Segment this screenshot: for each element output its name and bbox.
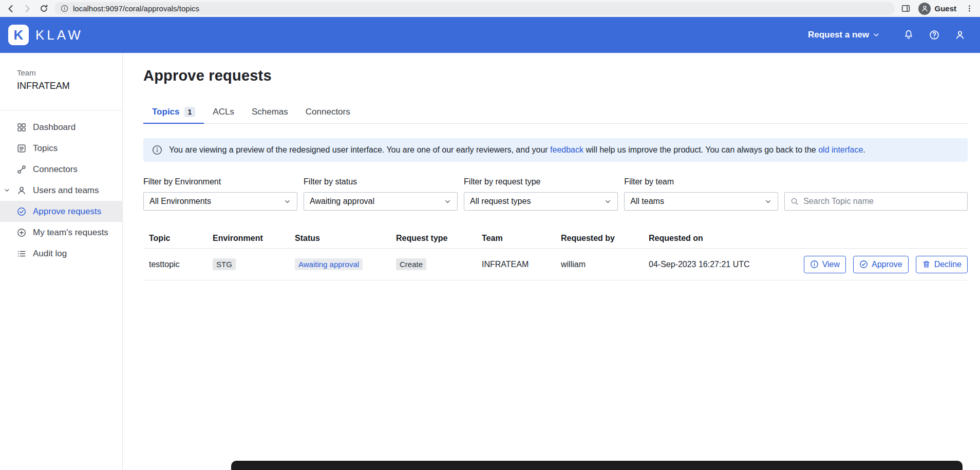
- table-header-row: Topic Environment Status Request type Te…: [143, 228, 968, 249]
- cell-topic: testtopic: [143, 260, 207, 269]
- old-interface-link[interactable]: old interface: [818, 145, 863, 154]
- chevron-down-icon: [764, 198, 772, 205]
- view-button[interactable]: View: [804, 256, 846, 273]
- decline-button-label: Decline: [934, 260, 962, 269]
- preview-banner: You are viewing a preview of the redesig…: [143, 138, 968, 162]
- browser-chrome: localhost:9097/coral/approvals/topics Gu…: [0, 0, 980, 17]
- table-row: testtopic STG Awaiting approval Create I…: [143, 249, 968, 280]
- guest-avatar: [918, 3, 931, 15]
- status-select[interactable]: Awaiting approval: [304, 192, 458, 211]
- main-content: Approve requests Topics 1 ACLs Schemas C…: [123, 53, 980, 470]
- status-chip: Awaiting approval: [295, 258, 363, 270]
- team-select[interactable]: All teams: [624, 192, 778, 211]
- tabs: Topics 1 ACLs Schemas Connectors: [143, 101, 968, 124]
- environment-select-value: All Environments: [149, 197, 211, 206]
- approve-button-label: Approve: [872, 260, 902, 269]
- sidebar-item-dashboard[interactable]: Dashboard: [0, 117, 122, 138]
- view-button-label: View: [822, 260, 840, 269]
- col-header-request-type: Request type: [390, 234, 476, 243]
- check-circle-icon: [859, 260, 868, 269]
- dock-bar: [231, 461, 963, 470]
- tab-label: ACLs: [213, 107, 234, 117]
- request-type-select[interactable]: All request types: [464, 192, 618, 211]
- url-bar[interactable]: localhost:9097/coral/approvals/topics: [54, 2, 895, 15]
- status-select-value: Awaiting approval: [310, 197, 374, 206]
- environment-select[interactable]: All Environments: [143, 192, 297, 211]
- col-header-environment: Environment: [207, 234, 289, 243]
- search-input[interactable]: [803, 197, 962, 206]
- sidebar-item-my-teams-requests[interactable]: My team's requests: [0, 222, 122, 243]
- sidebar-item-users-and-teams[interactable]: Users and teams: [0, 180, 122, 201]
- tab-topics[interactable]: Topics 1: [143, 101, 204, 124]
- col-header-status: Status: [289, 234, 390, 243]
- profile-name: Guest: [934, 4, 956, 13]
- pending-count-badge: 1: [184, 107, 196, 117]
- chevron-down-icon[interactable]: [4, 187, 10, 194]
- users-icon: [17, 186, 26, 195]
- browser-back-button[interactable]: [5, 3, 16, 14]
- user-profile-icon[interactable]: [953, 28, 967, 42]
- notifications-bell-icon[interactable]: [902, 28, 915, 42]
- klaw-logo-icon: K: [8, 25, 29, 45]
- cell-team: INFRATEAM: [476, 260, 555, 269]
- approve-button[interactable]: Approve: [853, 256, 909, 273]
- col-header-topic: Topic: [143, 234, 207, 243]
- request-type-chip: Create: [396, 258, 426, 270]
- sidebar-item-audit-log[interactable]: Audit log: [0, 243, 122, 264]
- sidebar-item-label: Users and teams: [33, 185, 99, 196]
- team-select-value: All teams: [630, 197, 664, 206]
- topic-search[interactable]: [784, 192, 968, 211]
- tab-acls[interactable]: ACLs: [204, 101, 243, 124]
- chevron-down-icon: [604, 198, 612, 205]
- info-circle-icon: [810, 260, 819, 269]
- banner-text-after: .: [863, 145, 865, 154]
- list-icon: [17, 249, 26, 258]
- browser-profile[interactable]: Guest: [916, 2, 958, 16]
- info-icon: [152, 145, 162, 155]
- sidebar-item-topics[interactable]: Topics: [0, 138, 122, 159]
- help-icon[interactable]: [928, 28, 941, 42]
- sidebar-item-label: Topics: [33, 143, 58, 154]
- tab-label: Connectors: [306, 107, 350, 117]
- banner-text-middle: will help us improve the product. You ca…: [583, 145, 818, 154]
- col-header-requested-on: Requested on: [643, 234, 795, 243]
- decline-button[interactable]: Decline: [916, 256, 968, 273]
- search-icon: [790, 197, 799, 205]
- row-actions: View Approve Decline: [798, 256, 968, 273]
- request-a-new-label: Request a new: [808, 30, 869, 40]
- chevron-down-icon: [444, 198, 451, 205]
- topics-icon: [17, 144, 26, 153]
- request-a-new-button[interactable]: Request a new: [808, 30, 880, 40]
- request-type-select-value: All request types: [470, 197, 531, 206]
- browser-menu-icon[interactable]: [964, 3, 975, 14]
- tab-label: Topics: [152, 107, 180, 117]
- plus-circle-icon: [17, 228, 26, 237]
- filter-team-label: Filter by team: [624, 177, 778, 186]
- trash-icon: [922, 260, 931, 269]
- site-info-icon[interactable]: [61, 5, 68, 12]
- sidebar-item-label: Connectors: [33, 164, 78, 175]
- tab-schemas[interactable]: Schemas: [243, 101, 297, 124]
- brand-name: KLAW: [35, 27, 83, 43]
- page-title: Approve requests: [143, 67, 968, 84]
- dashboard-icon: [17, 123, 26, 132]
- cell-requested-by: william: [555, 260, 643, 269]
- banner-text: You are viewing a preview of the redesig…: [169, 145, 865, 155]
- tab-connectors[interactable]: Connectors: [297, 101, 359, 124]
- sidebar-item-label: Dashboard: [33, 122, 76, 133]
- team-name: INFRATEAM: [17, 81, 122, 91]
- filter-bar: Filter by Environment All Environments F…: [143, 177, 968, 211]
- sidebar-nav: Dashboard Topics Connectors: [0, 110, 122, 264]
- sidebar-item-approve-requests[interactable]: Approve requests: [0, 201, 122, 222]
- tab-label: Schemas: [252, 107, 288, 117]
- browser-refresh-button[interactable]: [38, 3, 49, 14]
- cell-requested-on: 04-Sep-2023 16:27:21 UTC: [643, 260, 795, 269]
- browser-forward-button[interactable]: [22, 3, 33, 14]
- sidebar-item-connectors[interactable]: Connectors: [0, 159, 122, 180]
- app-header: K KLAW Request a new: [0, 17, 980, 53]
- side-panel-icon[interactable]: [900, 3, 911, 14]
- chevron-down-icon: [284, 198, 291, 205]
- feedback-link[interactable]: feedback: [550, 145, 583, 154]
- col-header-requested-by: Requested by: [555, 234, 643, 243]
- banner-text-before: You are viewing a preview of the redesig…: [169, 145, 550, 154]
